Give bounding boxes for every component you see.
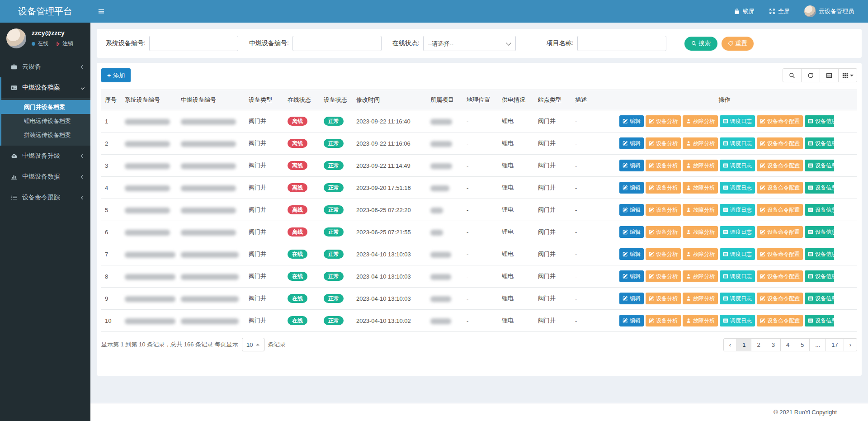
sidebar-toggle-button[interactable] bbox=[90, 0, 112, 23]
action-dispatch-log-button[interactable]: 调度日志 bbox=[720, 293, 755, 304]
action-device-info-button[interactable]: 设备信息 bbox=[805, 293, 834, 304]
action-fault-analysis-button[interactable]: 故障分析 bbox=[683, 315, 718, 326]
action-fault-analysis-button[interactable]: 故障分析 bbox=[683, 160, 718, 171]
action-device-command-config-button[interactable]: 设备命令配置 bbox=[757, 204, 803, 216]
action-dispatch-log-button[interactable]: 调度日志 bbox=[720, 248, 755, 260]
action-device-command-config-button[interactable]: 设备命令配置 bbox=[757, 270, 803, 282]
action-dispatch-log-button[interactable]: 调度日志 bbox=[720, 315, 755, 326]
action-device-info-button[interactable]: 设备信息 bbox=[805, 115, 834, 127]
sys-device-no-input[interactable] bbox=[149, 36, 238, 51]
action-device-info-button[interactable]: 设备信息 bbox=[805, 248, 834, 260]
lock-screen-button[interactable]: 锁屏 bbox=[726, 0, 762, 23]
fullscreen-button[interactable]: 全屏 bbox=[762, 0, 797, 23]
add-button[interactable]: + 添加 bbox=[101, 68, 131, 82]
action-dispatch-log-button[interactable]: 调度日志 bbox=[720, 115, 755, 127]
action-fault-analysis-button[interactable]: 故障分析 bbox=[683, 137, 718, 149]
logout-link[interactable]: 注销 bbox=[55, 40, 73, 47]
action-device-command-config-button[interactable]: 设备命令配置 bbox=[757, 315, 803, 326]
cell-station-type: 阀门井 bbox=[534, 221, 571, 243]
page-link[interactable]: 4 bbox=[780, 338, 795, 351]
submenu-link[interactable]: 阀门井设备档案 bbox=[1, 100, 90, 114]
action-fault-analysis-button[interactable]: 故障分析 bbox=[683, 182, 718, 194]
page-link[interactable]: ... bbox=[809, 338, 826, 351]
action-dispatch-log-button[interactable]: 调度日志 bbox=[720, 137, 755, 149]
action-edit-button[interactable]: 编辑 bbox=[619, 182, 644, 194]
action-device-info-button[interactable]: 设备信息 bbox=[805, 204, 834, 216]
action-device-analysis-button[interactable]: 设备分析 bbox=[646, 115, 681, 127]
action-fault-analysis-button[interactable]: 故障分析 bbox=[683, 226, 718, 238]
card-view-toggle-button[interactable] bbox=[820, 68, 839, 82]
action-dispatch-log-button[interactable]: 调度日志 bbox=[720, 182, 755, 194]
show-search-toggle-button[interactable] bbox=[783, 68, 802, 82]
action-fault-analysis-button[interactable]: 故障分析 bbox=[683, 293, 718, 304]
page-link[interactable]: 2 bbox=[751, 338, 766, 351]
action-edit-button[interactable]: 编辑 bbox=[619, 115, 644, 127]
action-device-analysis-button[interactable]: 设备分析 bbox=[646, 248, 681, 260]
sidebar-link[interactable]: 中燃设备档案 bbox=[1, 77, 90, 98]
sidebar-link[interactable]: 设备命令跟踪 bbox=[0, 187, 90, 208]
action-device-command-config-button[interactable]: 设备命令配置 bbox=[757, 293, 803, 304]
action-fault-analysis-button[interactable]: 故障分析 bbox=[683, 270, 718, 282]
action-fault-analysis-button[interactable]: 故障分析 bbox=[683, 248, 718, 260]
action-device-command-config-button[interactable]: 设备命令配置 bbox=[757, 182, 803, 194]
page-link[interactable]: 3 bbox=[766, 338, 781, 351]
action-edit-button[interactable]: 编辑 bbox=[619, 226, 644, 238]
app-logo[interactable]: 设备管理平台 bbox=[0, 0, 90, 23]
action-device-analysis-button[interactable]: 设备分析 bbox=[646, 182, 681, 194]
online-status-link[interactable]: 在线 bbox=[32, 40, 48, 47]
action-device-analysis-button[interactable]: 设备分析 bbox=[646, 160, 681, 171]
action-device-command-config-button[interactable]: 设备命令配置 bbox=[757, 137, 803, 149]
action-edit-button[interactable]: 编辑 bbox=[619, 160, 644, 171]
cell-desc: - bbox=[571, 155, 615, 177]
action-fault-analysis-button[interactable]: 故障分析 bbox=[683, 115, 718, 127]
action-device-info-button[interactable]: 设备信息 bbox=[805, 315, 834, 326]
action-edit-button[interactable]: 编辑 bbox=[619, 248, 644, 260]
sidebar-link[interactable]: 云设备 bbox=[0, 57, 90, 77]
action-dispatch-log-button[interactable]: 调度日志 bbox=[720, 160, 755, 171]
search-button[interactable]: 搜索 bbox=[684, 37, 717, 51]
action-device-command-config-button[interactable]: 设备命令配置 bbox=[757, 160, 803, 171]
columns-dropdown-button[interactable] bbox=[838, 68, 857, 82]
project-name-input[interactable] bbox=[577, 36, 666, 51]
action-edit-button[interactable]: 编辑 bbox=[619, 293, 644, 304]
action-fault-analysis-button[interactable]: 故障分析 bbox=[683, 204, 718, 216]
page-link[interactable]: ‹ bbox=[723, 338, 737, 351]
submenu-link[interactable]: 拼装远传设备档案 bbox=[1, 128, 90, 142]
page-link[interactable]: 5 bbox=[795, 338, 810, 351]
cn-device-no-input[interactable] bbox=[292, 36, 382, 51]
sidebar-link[interactable]: 中燃设备升级 bbox=[0, 146, 90, 166]
page-link[interactable]: 17 bbox=[826, 338, 844, 351]
action-edit-button[interactable]: 编辑 bbox=[619, 315, 644, 326]
action-edit-button[interactable]: 编辑 bbox=[619, 270, 644, 282]
action-dispatch-log-button[interactable]: 调度日志 bbox=[720, 226, 755, 238]
refresh-table-button[interactable] bbox=[801, 68, 820, 82]
reset-button[interactable]: 重置 bbox=[722, 37, 754, 51]
action-device-info-button[interactable]: 设备信息 bbox=[805, 160, 834, 171]
action-device-info-button[interactable]: 设备信息 bbox=[805, 182, 834, 194]
action-device-analysis-button[interactable]: 设备分析 bbox=[646, 204, 681, 216]
user-menu-button[interactable]: 云设备管理员 bbox=[797, 0, 861, 23]
page-size-select[interactable]: 10 bbox=[242, 338, 264, 351]
action-device-analysis-button[interactable]: 设备分析 bbox=[646, 270, 681, 282]
action-device-info-button[interactable]: 设备信息 bbox=[805, 270, 834, 282]
action-device-command-config-button[interactable]: 设备命令配置 bbox=[757, 248, 803, 260]
action-dispatch-log-button[interactable]: 调度日志 bbox=[720, 204, 755, 216]
action-device-analysis-button[interactable]: 设备分析 bbox=[646, 137, 681, 149]
action-device-command-config-button[interactable]: 设备命令配置 bbox=[757, 226, 803, 238]
user-icon bbox=[686, 140, 691, 147]
page-link[interactable]: 1 bbox=[736, 338, 751, 351]
action-device-info-button[interactable]: 设备信息 bbox=[805, 137, 834, 149]
submenu-link[interactable]: 锂电远传设备档案 bbox=[1, 114, 90, 128]
action-edit-button[interactable]: 编辑 bbox=[619, 204, 644, 216]
action-edit-button[interactable]: 编辑 bbox=[619, 137, 644, 149]
action-device-analysis-button[interactable]: 设备分析 bbox=[646, 226, 681, 238]
action-device-analysis-button[interactable]: 设备分析 bbox=[646, 315, 681, 326]
action-device-analysis-button[interactable]: 设备分析 bbox=[646, 293, 681, 304]
sidebar-link[interactable]: 中燃设备数据 bbox=[0, 166, 90, 187]
online-status-select[interactable]: --请选择-- bbox=[423, 36, 516, 51]
action-device-info-button[interactable]: 设备信息 bbox=[805, 226, 834, 238]
action-dispatch-log-button[interactable]: 调度日志 bbox=[720, 270, 755, 282]
action-device-command-config-button[interactable]: 设备命令配置 bbox=[757, 115, 803, 127]
page-link[interactable]: › bbox=[844, 338, 857, 351]
edit-icon bbox=[623, 118, 628, 124]
